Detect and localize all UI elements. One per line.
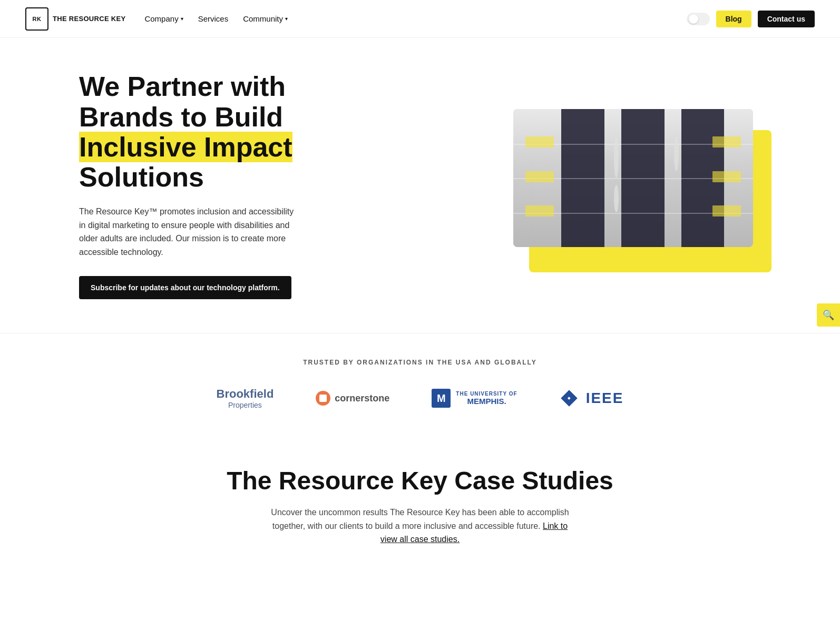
chevron-down-icon: ▾	[181, 16, 183, 22]
search-button[interactable]: 🔍	[817, 303, 840, 327]
logo-rk: RK	[33, 16, 42, 22]
hero-description: The Resource Key™ promotes inclusion and…	[79, 205, 300, 259]
toggle-knob	[689, 14, 698, 24]
brookfield-text: Brookfield Properties	[217, 387, 274, 409]
trusted-section: TRUSTED BY ORGANIZATIONS IN THE USA AND …	[0, 333, 840, 435]
theme-toggle[interactable]	[687, 13, 710, 25]
contact-button[interactable]: Contact us	[758, 11, 815, 27]
blog-button[interactable]: Blog	[716, 11, 751, 27]
trusted-label: TRUSTED BY ORGANIZATIONS IN THE USA AND …	[42, 359, 798, 366]
brookfield-logo: Brookfield Properties	[217, 387, 274, 409]
nav-community[interactable]: Community ▾	[243, 14, 288, 23]
brookfield-sub: Properties	[217, 401, 274, 409]
memphis-m-box: M	[432, 389, 451, 408]
hero-title-highlight: Inclusive Impact	[79, 132, 292, 162]
nav-community-label: Community	[243, 14, 283, 23]
logo[interactable]: RK THE RESOURCE KEY	[25, 7, 125, 31]
navbar-left: RK THE RESOURCE KEY Company ▾ Services C…	[25, 7, 288, 31]
hero-content: We Partner with Brands to Build Inclusiv…	[79, 72, 353, 299]
memphis-top: THE UNIVERSITY OF	[456, 391, 517, 397]
memphis-text: THE UNIVERSITY OF MEMPHIS.	[456, 391, 517, 406]
hero-image-wrapper	[513, 109, 761, 262]
logo-name: THE RESOURCE KEY	[53, 15, 125, 23]
hero-image-inner	[513, 109, 753, 247]
case-desc-text: Uncover the uncommon results The Resourc…	[271, 508, 569, 530]
nav-company[interactable]: Company ▾	[144, 14, 183, 23]
cornerstone-logo: cornerstone	[316, 391, 389, 406]
chevron-down-icon-community: ▾	[285, 16, 288, 22]
case-studies-section: The Resource Key Case Studies Uncover th…	[0, 435, 840, 567]
brookfield-main: Brookfield	[217, 387, 274, 401]
cornerstone-name: cornerstone	[335, 393, 389, 404]
hero-image-area	[513, 109, 766, 262]
ieee-diamond-wrap: ◆	[560, 389, 579, 408]
search-icon: 🔍	[823, 309, 834, 321]
case-studies-title: The Resource Key Case Studies	[42, 466, 798, 495]
nav-services[interactable]: Services	[198, 14, 229, 23]
nav-company-label: Company	[144, 14, 178, 23]
navbar-right: Blog Contact us	[687, 11, 815, 27]
cornerstone-icon	[316, 391, 330, 406]
hero-title-line1: We Partner with	[79, 71, 286, 102]
ieee-logo: ◆ IEEE	[560, 389, 624, 408]
nav-services-label: Services	[198, 14, 229, 23]
case-studies-description: Uncover the uncommon results The Resourc…	[267, 506, 573, 546]
ieee-name: IEEE	[586, 390, 624, 407]
hero-section: We Partner with Brands to Build Inclusiv…	[0, 38, 840, 333]
hero-image	[513, 109, 753, 247]
hero-title-line2: Brands to Build	[79, 102, 283, 132]
logos-row: Brookfield Properties cornerstone M THE …	[42, 387, 798, 409]
subscribe-button[interactable]: Subscribe for updates about our technolo…	[79, 276, 291, 299]
nav-links: Company ▾ Services Community ▾	[144, 14, 288, 23]
hero-title-line3: Solutions	[79, 162, 204, 192]
navbar: RK THE RESOURCE KEY Company ▾ Services C…	[0, 0, 840, 38]
memphis-logo: M THE UNIVERSITY OF MEMPHIS.	[432, 389, 517, 408]
logo-box: RK	[25, 7, 48, 31]
hero-title: We Partner with Brands to Build Inclusiv…	[79, 72, 353, 192]
cornerstone-icon-inner	[319, 395, 327, 402]
ieee-diamond-inner: ◆	[568, 396, 570, 400]
memphis-bottom: MEMPHIS.	[456, 397, 517, 406]
